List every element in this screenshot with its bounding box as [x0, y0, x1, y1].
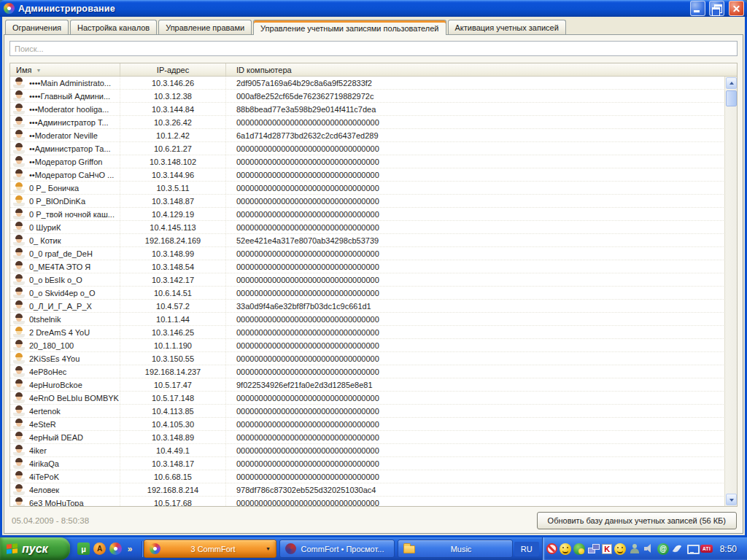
- table-row[interactable]: 4epHuroBckoe 10.5.17.47 9f022534926ef21f…: [10, 378, 737, 392]
- display-icon[interactable]: [686, 542, 698, 555]
- table-row[interactable]: •••Moderator hooliga... 10.3.144.84 88b8…: [10, 103, 737, 116]
- table-row[interactable]: 20_180_100 10.1.1.190 000000000000000000…: [10, 339, 737, 352]
- table-row[interactable]: ••Moderator Neville 10.1.2.42 6a1d714d28…: [10, 129, 737, 142]
- tab-rights-management[interactable]: Управление правами: [158, 20, 252, 34]
- table-row[interactable]: 0tshelnik 10.1.1.44 00000000000000000000…: [10, 313, 737, 326]
- tab-restrictions[interactable]: Ограничения: [5, 20, 69, 34]
- tab-channel-settings[interactable]: Настройка каналов: [70, 20, 157, 34]
- scroll-down-button[interactable]: [726, 494, 737, 505]
- table-row[interactable]: 4eRnO BeLbIu BOMBYK 10.5.17.148 00000000…: [10, 392, 737, 405]
- table-row[interactable]: •••Администратор Т... 10.3.26.42 0000000…: [10, 116, 737, 129]
- start-button[interactable]: пуск: [0, 537, 70, 560]
- table-row[interactable]: 0 Р_ Боничка 10.3.5.11 00000000000000000…: [10, 182, 737, 195]
- cell-computer-id: 00000000000000000000000000000000: [225, 326, 737, 338]
- ati-icon[interactable]: ATI: [700, 545, 713, 553]
- table-row[interactable]: 4irikaQa 10.3.148.17 0000000000000000000…: [10, 457, 737, 470]
- table-row[interactable]: ••Модератор СаНчО ... 10.3.144.96 000000…: [10, 168, 737, 182]
- close-button[interactable]: [729, 1, 744, 16]
- table-row[interactable]: 2 DreAmS 4 YoU 10.3.146.25 0000000000000…: [10, 326, 737, 339]
- vertical-scrollbar[interactable]: [724, 77, 737, 506]
- table-row[interactable]: 0_Л_И_Г_А_Р_Х 10.4.57.2 33a0d9f4a6e32bf8…: [10, 300, 737, 313]
- table-row[interactable]: ••Модератор Griffon 10.3.148.102 0000000…: [10, 155, 737, 168]
- table-row[interactable]: 4eSteR 10.4.105.30 000000000000000000000…: [10, 418, 737, 431]
- volume-icon[interactable]: [643, 542, 655, 555]
- task-commfort-viewer[interactable]: CommFort • Просмот...: [279, 540, 395, 558]
- search-input[interactable]: [9, 41, 738, 56]
- cell-name: 0_o bEsIk o_O: [10, 273, 120, 286]
- cell-computer-id: 00000000000000000000000000000000: [225, 208, 737, 220]
- table-row[interactable]: 4eP8oHec 192.168.14.237 0000000000000000…: [10, 365, 737, 378]
- table-row[interactable]: 0 Р_твой ночной каш... 10.4.129.19 00000…: [10, 208, 737, 221]
- table-row[interactable]: 0_ Котик 192.168.24.169 52ee421e4a317e80…: [10, 234, 737, 247]
- utorrent-icon[interactable]: μ: [77, 542, 90, 555]
- smiley-icon[interactable]: [560, 543, 571, 555]
- task-commfort-group[interactable]: 3 CommFort ▼: [144, 540, 276, 558]
- title-bar[interactable]: Администрирование: [0, 0, 747, 17]
- table-row[interactable]: 4iker 10.4.49.1 000000000000000000000000…: [10, 444, 737, 457]
- table-row[interactable]: 0_o bEsIk o_O 10.3.142.17 00000000000000…: [10, 273, 737, 287]
- windows-flag-icon: [7, 543, 18, 554]
- taskbar-clock[interactable]: 8:50: [714, 544, 744, 554]
- tab-user-accounts[interactable]: Управление учетными записями пользовател…: [253, 20, 446, 35]
- restore-button[interactable]: [709, 1, 724, 16]
- scrollbar-thumb[interactable]: [726, 90, 737, 106]
- column-header-ip[interactable]: IP-адрес: [120, 63, 225, 76]
- user-avatar-icon: [13, 340, 25, 351]
- language-indicator[interactable]: RU: [514, 542, 539, 556]
- cell-computer-id: 00000000000000000000000000000000: [225, 418, 737, 430]
- green-smiley-icon[interactable]: [573, 543, 585, 555]
- user-status-icon[interactable]: [628, 542, 640, 555]
- user-avatar-icon: [13, 90, 25, 101]
- table-row[interactable]: 0 ШуриК 10.4.145.113 0000000000000000000…: [10, 221, 737, 234]
- more-quicklaunch-icon[interactable]: »: [125, 542, 134, 555]
- table-row[interactable]: 6e3 MoHuTopa 10.5.17.68 0000000000000000…: [10, 497, 737, 506]
- cell-computer-id: 00000000000000000000000000000000: [225, 339, 737, 351]
- table-row[interactable]: 0 Р_BlOnDinKa 10.3.148.87 00000000000000…: [10, 195, 737, 208]
- at-icon[interactable]: @: [657, 543, 669, 555]
- user-avatar-icon: [13, 130, 25, 141]
- user-avatar-icon: [13, 484, 25, 495]
- commfort-icon[interactable]: [109, 542, 122, 555]
- smiley2-icon[interactable]: [614, 543, 626, 555]
- antivirus-icon[interactable]: A: [93, 542, 106, 555]
- tab-account-activation[interactable]: Активация учетных записей: [448, 20, 566, 34]
- quick-launch: μ A »: [70, 542, 140, 555]
- table-row[interactable]: 4ertenok 10.4.113.85 0000000000000000000…: [10, 405, 737, 418]
- cell-computer-id: 00000000000000000000000000000000: [225, 457, 737, 470]
- update-database-button[interactable]: Обновить базу данных учетных записей (56…: [537, 512, 737, 529]
- table-row[interactable]: 4iTePoK 10.6.68.15 000000000000000000000…: [10, 470, 737, 483]
- table-row[interactable]: 4ерНый DEAD 10.3.148.89 0000000000000000…: [10, 431, 737, 444]
- table-row[interactable]: ••Администратор Та... 10.6.21.27 0000000…: [10, 142, 737, 155]
- user-avatar-icon: [13, 209, 25, 219]
- table-row[interactable]: 2KiSsEs 4You 10.3.150.55 000000000000000…: [10, 352, 737, 365]
- network-icon[interactable]: [587, 542, 600, 555]
- column-header-name[interactable]: Имя ▼: [10, 63, 120, 76]
- cell-ip: 10.4.57.2: [120, 300, 225, 312]
- cell-name: ••Администратор Та...: [10, 142, 120, 155]
- table-row[interactable]: 0_ME4TA ЭТО Я 10.3.148.54 00000000000000…: [10, 260, 737, 273]
- table-row[interactable]: ••••Главный Админи... 10.3.12.38 000af8e…: [10, 90, 737, 103]
- cell-name: 0_0 rpaf_de_DeH: [10, 247, 120, 260]
- task-music-folder[interactable]: Music: [398, 540, 513, 558]
- no-sign-icon[interactable]: [546, 543, 557, 554]
- tab-strip: Ограничения Настройка каналов Управление…: [5, 18, 743, 34]
- table-row[interactable]: 4еловек 192.168.8.214 978df786c87302eb52…: [10, 483, 737, 497]
- scroll-up-button[interactable]: [726, 77, 737, 89]
- cell-ip: 10.5.17.148: [120, 392, 225, 404]
- feather-icon[interactable]: [671, 542, 684, 555]
- cell-ip: 10.4.49.1: [120, 444, 225, 456]
- kaspersky-icon[interactable]: K: [602, 544, 612, 554]
- cell-computer-id: 00000000000000000000000000000000: [225, 405, 737, 417]
- cell-computer-id: 00000000000000000000000000000000: [225, 365, 737, 378]
- column-header-computer-id[interactable]: ID компьютера: [225, 63, 737, 76]
- taskbar-divider: [142, 541, 142, 557]
- user-avatar-icon: [13, 143, 25, 154]
- user-avatar-icon: [13, 156, 25, 167]
- cell-name: 4ерНый DEAD: [10, 431, 120, 443]
- cell-name: 0_Л_И_Г_А_Р_Х: [10, 300, 120, 312]
- table-row[interactable]: 0_o Skvid4ep o_O 10.6.14.51 000000000000…: [10, 287, 737, 300]
- table-row[interactable]: 0_0 rpaf_de_DeH 10.3.148.99 000000000000…: [10, 247, 737, 260]
- table-row[interactable]: ••••Main Administrato... 10.3.146.26 2df…: [10, 77, 737, 90]
- minimize-button[interactable]: [690, 1, 705, 16]
- cell-ip: 192.168.14.237: [120, 365, 225, 378]
